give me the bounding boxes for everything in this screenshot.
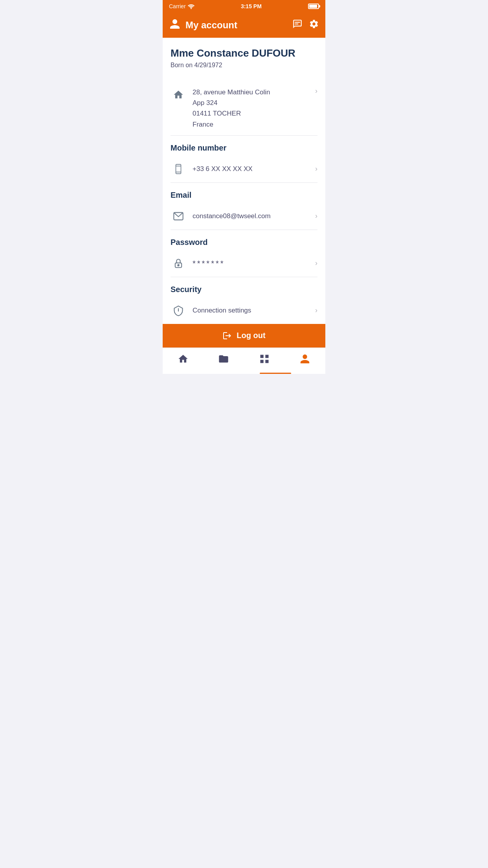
home-icon-container xyxy=(171,87,186,103)
nav-files-icon xyxy=(218,353,229,364)
svg-rect-11 xyxy=(265,355,268,358)
address-line4: France xyxy=(193,119,312,130)
email-icon xyxy=(173,211,184,222)
security-chevron: › xyxy=(315,306,317,314)
address-content: 28, avenue Matthieu Colin App 324 01411 … xyxy=(193,87,312,130)
svg-rect-12 xyxy=(260,360,263,363)
password-value: ******* xyxy=(193,259,225,268)
settings-button[interactable] xyxy=(309,19,319,31)
bottom-navigation xyxy=(163,348,325,374)
nav-grid-icon xyxy=(259,353,270,364)
email-item[interactable]: constance08@twseel.com › xyxy=(163,203,325,230)
messages-icon xyxy=(292,19,303,29)
svg-point-0 xyxy=(191,8,192,9)
address-line1: 28, avenue Matthieu Colin xyxy=(193,87,312,97)
battery-indicator xyxy=(308,4,319,9)
logout-label: Log out xyxy=(237,331,265,340)
email-chevron: › xyxy=(315,212,317,220)
address-line3: 01411 TOCHER xyxy=(193,108,312,119)
email-section-title: Email xyxy=(171,191,191,199)
user-name: Mme Constance DUFOUR xyxy=(171,47,317,59)
security-item[interactable]: Connection settings › xyxy=(163,297,325,324)
status-bar: Carrier 3:15 PM xyxy=(163,0,325,13)
email-icon-container xyxy=(171,208,186,224)
mobile-content: +33 6 XX XX XX XX xyxy=(193,164,312,174)
security-section: Security Connection settings › xyxy=(163,277,325,324)
shield-icon-container xyxy=(171,303,186,318)
mobile-section-title: Mobile number xyxy=(171,143,226,152)
gear-icon xyxy=(309,19,319,29)
password-item[interactable]: ******* › xyxy=(163,250,325,277)
home-icon xyxy=(173,89,184,100)
messages-button[interactable] xyxy=(292,19,303,31)
phone-icon xyxy=(173,164,183,174)
security-content: Connection settings xyxy=(193,306,312,315)
page-title: My account xyxy=(185,20,292,31)
header-actions xyxy=(292,19,319,31)
status-time: 3:15 PM xyxy=(241,3,262,9)
svg-point-8 xyxy=(178,265,179,266)
nav-home[interactable] xyxy=(170,352,196,366)
nav-grid[interactable] xyxy=(251,352,278,366)
mobile-chevron: › xyxy=(315,165,317,173)
nav-account[interactable] xyxy=(292,352,318,366)
lock-icon-container xyxy=(171,256,186,271)
user-dob: Born on 4/29/1972 xyxy=(171,62,317,69)
mobile-section: Mobile number +33 6 XX XX XX XX › xyxy=(163,136,325,182)
email-value: constance08@twseel.com xyxy=(193,212,271,220)
shield-icon xyxy=(173,305,184,316)
user-info-section: Mme Constance DUFOUR Born on 4/29/1972 xyxy=(163,38,325,81)
battery-icon xyxy=(308,4,319,9)
email-section-header: Email xyxy=(163,183,325,203)
email-content: constance08@twseel.com xyxy=(193,211,312,221)
account-icon xyxy=(169,18,181,33)
address-line2: App 324 xyxy=(193,97,312,108)
mobile-section-header: Mobile number xyxy=(163,136,325,156)
logout-button[interactable]: Log out xyxy=(163,324,325,348)
security-section-header: Security xyxy=(163,277,325,297)
svg-rect-1 xyxy=(295,22,300,23)
mobile-item[interactable]: +33 6 XX XX XX XX › xyxy=(163,156,325,182)
password-section-title: Password xyxy=(171,238,207,246)
carrier-text: Carrier xyxy=(169,3,186,9)
content: Mme Constance DUFOUR Born on 4/29/1972 2… xyxy=(163,38,325,348)
svg-rect-10 xyxy=(260,355,263,358)
connection-settings-label: Connection settings xyxy=(193,307,251,314)
email-section: Email constance08@twseel.com › xyxy=(163,183,325,230)
logout-icon xyxy=(222,331,232,340)
password-section-header: Password xyxy=(163,230,325,250)
security-section-title: Security xyxy=(171,285,202,294)
password-section: Password ******* › xyxy=(163,230,325,277)
lock-icon xyxy=(173,258,184,269)
carrier-info: Carrier xyxy=(169,3,194,9)
password-content: ******* xyxy=(193,258,312,269)
svg-rect-2 xyxy=(295,24,299,24)
battery-fill xyxy=(309,5,317,8)
mobile-value: +33 6 XX XX XX XX xyxy=(193,165,253,173)
address-item[interactable]: 28, avenue Matthieu Colin App 324 01411 … xyxy=(163,81,325,135)
phone-icon-container xyxy=(171,161,186,177)
wifi-icon xyxy=(188,4,194,9)
nav-home-icon xyxy=(178,353,189,364)
header: My account xyxy=(163,13,325,38)
nav-account-icon xyxy=(299,353,310,364)
password-chevron: › xyxy=(315,259,317,267)
address-chevron: › xyxy=(315,87,317,95)
svg-rect-13 xyxy=(265,360,268,363)
nav-files[interactable] xyxy=(210,352,237,366)
